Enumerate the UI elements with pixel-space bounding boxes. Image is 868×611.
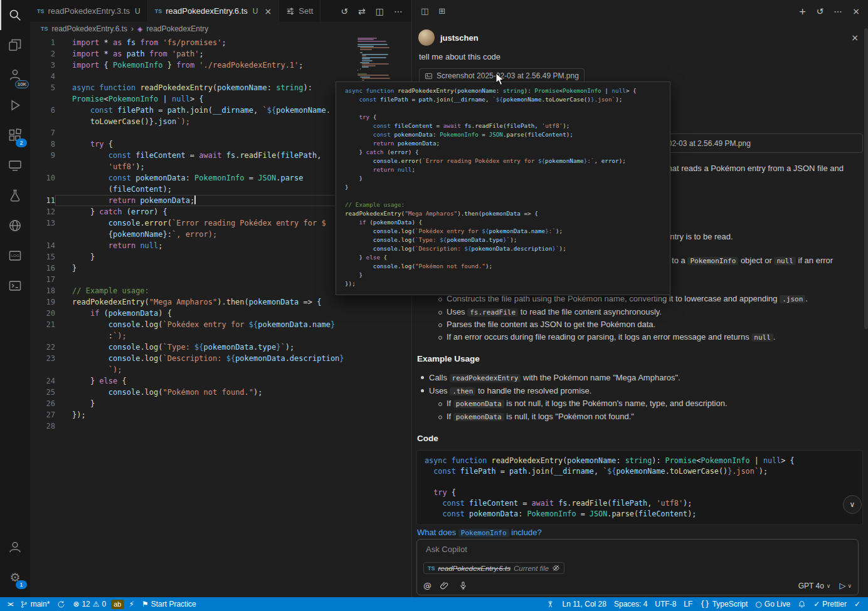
tab-readpokedexentry-3[interactable]: TS readPokedexEntry.3.ts U: [30, 0, 148, 22]
chat-code-block[interactable]: async function readPokedexEntry(pokemonN…: [416, 450, 863, 525]
compare-changes-icon[interactable]: ⇄: [358, 6, 366, 16]
code-token: console: [109, 320, 140, 329]
code-token: pokemonData: [469, 509, 518, 518]
editor-row[interactable]: 23 console.log(`Description: ${pokemonDa…: [30, 353, 411, 364]
code-token: );: [135, 162, 144, 171]
chat-scrollbar[interactable]: [864, 28, 868, 329]
eye-off-icon[interactable]: [552, 564, 560, 572]
eol-item[interactable]: LF: [680, 597, 696, 611]
chat-input[interactable]: [425, 544, 678, 555]
example-usage-heading: Example Usage: [417, 354, 868, 365]
settings-gear-icon[interactable]: ⚙ 1: [0, 562, 30, 592]
encoding-item[interactable]: UTF-8: [651, 597, 680, 611]
code-token: [122, 38, 127, 47]
line-number: 13: [30, 217, 55, 229]
code-token: pokemonData: [135, 174, 185, 182]
indentation-item[interactable]: Spaces: 4: [610, 597, 651, 611]
breadcrumb-file[interactable]: readPokedexEntry.6.ts: [52, 24, 128, 33]
code-token: fileContent: [135, 151, 185, 160]
panel-layout-icon[interactable]: ⊞: [438, 6, 445, 16]
code-token: log: [145, 343, 159, 352]
editor-row[interactable]: 20 if (pokemonData) {: [30, 308, 411, 319]
editor-row[interactable]: 1import * as fs from 'fs/promises';: [30, 37, 411, 48]
preview-code-line: console.log(`Type: ${pokemonData.type}`)…: [345, 236, 670, 244]
code-token: function: [366, 87, 394, 94]
go-live-item[interactable]: ○ Go Live: [751, 597, 794, 611]
chat-history-icon[interactable]: ↺: [817, 6, 824, 16]
sync-item[interactable]: [53, 597, 69, 611]
preview-code-line: try {: [345, 113, 670, 122]
feedback-item[interactable]: ✓: [850, 597, 864, 611]
preview-code-line: } catch (error) {: [345, 148, 670, 157]
editor-row[interactable]: 2import * as path from 'path';: [30, 48, 411, 60]
editor-row[interactable]: 26 }: [30, 398, 411, 409]
code-token: string: [625, 456, 652, 465]
tab-settings[interactable]: Sett: [279, 0, 320, 22]
search-icon[interactable]: [0, 0, 30, 30]
code-token: 'fs/promises': [163, 38, 222, 47]
editor-row[interactable]: 19readPokedexEntry("Mega Ampharos").then…: [30, 296, 411, 308]
editor-row[interactable]: :`);: [30, 330, 411, 342]
accounts-icon[interactable]: [0, 532, 30, 562]
testing-flask-icon[interactable]: [0, 180, 30, 211]
warnings-count: 0: [102, 600, 107, 608]
browser-globe-icon[interactable]: [0, 211, 30, 241]
attach-paperclip-icon[interactable]: [440, 581, 450, 590]
output-log-icon[interactable]: LOG: [0, 241, 30, 271]
breadcrumb-symbol[interactable]: readPokedexEntry: [147, 24, 209, 33]
editor-row[interactable]: 25 console.log("Pokémon not found.");: [30, 387, 411, 398]
code-token: ;: [411, 166, 415, 173]
editor-row[interactable]: 27});: [30, 409, 411, 420]
send-button[interactable]: ▷ ∨: [839, 581, 852, 590]
open-session-editor-icon[interactable]: ◫: [421, 6, 428, 16]
prettier-item[interactable]: ✓ Prettier: [810, 597, 850, 611]
new-chat-icon[interactable]: +: [799, 6, 807, 16]
mention-icon[interactable]: @: [423, 581, 431, 590]
scroll-down-button[interactable]: ∨: [843, 495, 862, 514]
chat-input-box[interactable]: TS readPokedexEntry.6.ts Current file @ …: [416, 539, 859, 595]
close-tab-icon[interactable]: ×: [265, 6, 272, 16]
problems-item[interactable]: ⊗ 12 ⚠ 0: [69, 597, 110, 611]
code-token: [425, 509, 442, 518]
model-picker[interactable]: GPT 4o ∨: [798, 582, 831, 590]
ab-badge[interactable]: ab: [111, 600, 124, 609]
people-icon[interactable]: 10K: [0, 60, 30, 90]
code-token: pokemonData: [472, 245, 511, 252]
lightning-item[interactable]: ⚡: [125, 597, 138, 611]
code-token: {: [99, 61, 113, 70]
code-token: PokemonInfo: [701, 456, 749, 465]
editor-row[interactable]: 3import { PokemonInfo } from './readPoke…: [30, 60, 411, 71]
editor-row[interactable]: 28: [30, 420, 411, 432]
notifications-item[interactable]: [794, 597, 810, 611]
run-debug-icon[interactable]: [0, 90, 30, 120]
extensions-icon[interactable]: 2: [0, 120, 30, 150]
editor-row[interactable]: 4: [30, 71, 411, 82]
editor-row[interactable]: `);: [30, 364, 411, 375]
language-item[interactable]: {} TypeScript: [696, 597, 751, 611]
git-branch-item[interactable]: main*: [16, 597, 54, 611]
terminal-box-icon[interactable]: [0, 271, 30, 301]
split-editor-icon[interactable]: ◫: [376, 6, 384, 16]
code-token: :: [72, 332, 113, 340]
context-file-chip[interactable]: TS readPokedexEntry.6.ts Current file: [423, 562, 564, 574]
code-token: =: [154, 106, 167, 115]
remote-explorer-icon[interactable]: [0, 150, 30, 180]
start-practice-item[interactable]: ⚑ Start Practice: [138, 597, 200, 611]
editor-row[interactable]: 24 } else {: [30, 375, 411, 387]
editor-row[interactable]: 21 console.log(`Pokédex entry for ${poke…: [30, 319, 411, 330]
ports-item[interactable]: [542, 597, 558, 611]
explorer-copy-icon[interactable]: [0, 30, 30, 60]
mic-icon[interactable]: [458, 581, 468, 590]
editor-row[interactable]: 22 console.log(`Type: ${pokemonData.type…: [30, 342, 411, 353]
close-panel-icon[interactable]: ×: [852, 6, 860, 16]
timeline-history-icon[interactable]: ↺: [341, 6, 348, 16]
tab-readpokedexentry-6[interactable]: TS readPokedexEntry.6.ts U ×: [148, 0, 279, 22]
more-actions-icon[interactable]: ⋯: [394, 6, 403, 16]
followup-suggestion[interactable]: What does PokemonInfo include?: [417, 528, 868, 539]
chat-more-icon[interactable]: ⋯: [834, 6, 842, 16]
code-token: const: [433, 467, 456, 476]
remote-indicator[interactable]: ><: [4, 597, 16, 611]
cursor-position-item[interactable]: Ln 11, Col 28: [558, 597, 610, 611]
code-token: [72, 151, 109, 160]
dismiss-message-icon[interactable]: ×: [851, 33, 859, 43]
